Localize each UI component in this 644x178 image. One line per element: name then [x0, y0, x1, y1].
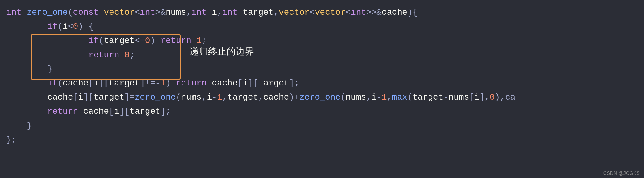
- code-line-4: return 0 ;: [0, 48, 644, 62]
- code-container: int zero_one ( const vector < int >& num…: [0, 0, 644, 178]
- code-line-1: int zero_one ( const vector < int >& num…: [0, 6, 644, 20]
- code-line-2: if ( i < 0 ) {: [0, 20, 644, 34]
- code-line-8: return cache [ i ][ target ];: [0, 104, 644, 119]
- code-line-7: cache [ i ][ target ]= zero_one ( nums ,…: [0, 90, 644, 104]
- keyword-int-1: int: [6, 6, 21, 20]
- code-line-5: }: [0, 62, 644, 76]
- code-line-6: if ( cache [ i ][ target ]!=- 1 ) return…: [0, 76, 644, 90]
- watermark: CSDN @JCGKS: [603, 171, 640, 176]
- code-line-10: };: [0, 133, 644, 147]
- code-line-9: }: [0, 119, 644, 133]
- code-line-3: if ( target <= 0 ) return 1 ;: [0, 34, 644, 48]
- function-name: zero_one: [27, 6, 68, 20]
- annotation-text: 递归终止的边界: [190, 45, 254, 58]
- annotation-wrapper: 递归终止的边界: [190, 45, 254, 58]
